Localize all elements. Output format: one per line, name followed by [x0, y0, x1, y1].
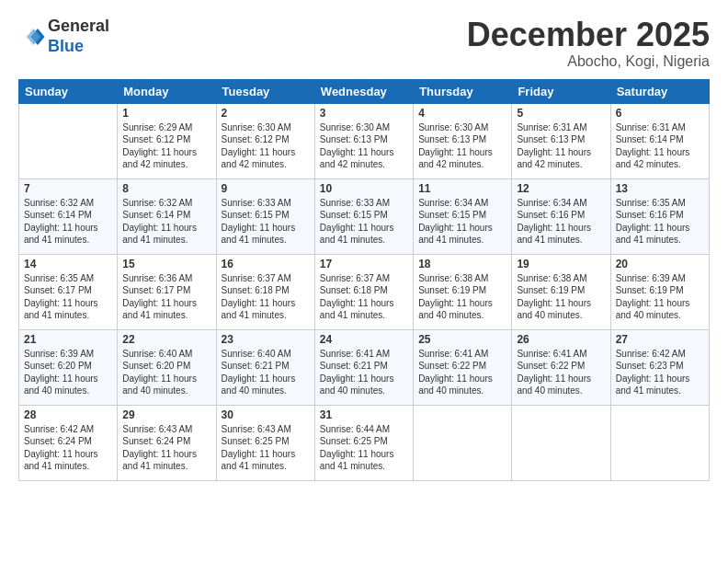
calendar-cell: 14Sunrise: 6:35 AMSunset: 6:17 PMDayligh…: [19, 254, 118, 329]
day-info: Sunrise: 6:42 AMSunset: 6:24 PMDaylight:…: [24, 423, 112, 473]
header: General Blue December 2025 Abocho, Kogi,…: [18, 17, 710, 70]
day-number: 13: [616, 182, 704, 195]
day-info: Sunrise: 6:38 AMSunset: 6:19 PMDaylight:…: [517, 272, 605, 322]
day-number: 20: [616, 258, 704, 270]
calendar-week-row: 1Sunrise: 6:29 AMSunset: 6:12 PMDaylight…: [19, 103, 710, 178]
day-info: Sunrise: 6:34 AMSunset: 6:16 PMDaylight:…: [517, 197, 605, 247]
calendar-cell: 18Sunrise: 6:38 AMSunset: 6:19 PMDayligh…: [414, 254, 512, 329]
day-number: 17: [320, 258, 408, 270]
calendar-cell: 10Sunrise: 6:33 AMSunset: 6:15 PMDayligh…: [314, 178, 413, 254]
day-number: 27: [616, 333, 704, 346]
calendar-cell: 4Sunrise: 6:30 AMSunset: 6:13 PMDaylight…: [414, 103, 512, 178]
calendar-cell: 17Sunrise: 6:37 AMSunset: 6:18 PMDayligh…: [314, 254, 413, 329]
day-info: Sunrise: 6:41 AMSunset: 6:22 PMDaylight:…: [517, 348, 605, 397]
calendar-cell: 5Sunrise: 6:31 AMSunset: 6:13 PMDaylight…: [512, 103, 610, 178]
calendar-week-row: 7Sunrise: 6:32 AMSunset: 6:14 PMDaylight…: [19, 178, 710, 254]
day-number: 12: [517, 182, 605, 195]
calendar-cell: 7Sunrise: 6:32 AMSunset: 6:14 PMDaylight…: [19, 178, 118, 254]
day-number: 18: [418, 258, 506, 270]
day-info: Sunrise: 6:35 AMSunset: 6:17 PMDaylight:…: [24, 272, 112, 322]
calendar-cell: [414, 405, 512, 480]
logo-general: General: [48, 17, 109, 35]
calendar-week-row: 14Sunrise: 6:35 AMSunset: 6:17 PMDayligh…: [19, 254, 710, 329]
title-block: December 2025 Abocho, Kogi, Nigeria: [467, 17, 710, 70]
calendar-cell: 15Sunrise: 6:36 AMSunset: 6:17 PMDayligh…: [118, 254, 216, 329]
day-number: 19: [517, 258, 605, 270]
day-header-sunday: Sunday: [19, 79, 118, 103]
day-info: Sunrise: 6:36 AMSunset: 6:17 PMDaylight:…: [122, 272, 210, 322]
day-number: 11: [418, 182, 506, 195]
day-number: 8: [122, 182, 210, 195]
calendar-cell: 28Sunrise: 6:42 AMSunset: 6:24 PMDayligh…: [19, 405, 118, 480]
calendar-cell: 26Sunrise: 6:41 AMSunset: 6:22 PMDayligh…: [512, 329, 610, 405]
day-header-friday: Friday: [512, 79, 610, 103]
calendar-cell: 27Sunrise: 6:42 AMSunset: 6:23 PMDayligh…: [610, 329, 709, 405]
day-number: 10: [320, 182, 408, 195]
day-number: 6: [616, 107, 704, 120]
day-info: Sunrise: 6:40 AMSunset: 6:21 PMDaylight:…: [222, 348, 310, 397]
day-info: Sunrise: 6:35 AMSunset: 6:16 PMDaylight:…: [616, 197, 704, 247]
day-number: 4: [418, 107, 506, 120]
day-info: Sunrise: 6:34 AMSunset: 6:15 PMDaylight:…: [418, 197, 506, 247]
day-header-tuesday: Tuesday: [216, 79, 314, 103]
day-info: Sunrise: 6:31 AMSunset: 6:13 PMDaylight:…: [517, 121, 605, 171]
calendar-cell: 20Sunrise: 6:39 AMSunset: 6:19 PMDayligh…: [610, 254, 709, 329]
calendar-cell: 29Sunrise: 6:43 AMSunset: 6:24 PMDayligh…: [118, 405, 216, 480]
day-number: 30: [222, 408, 310, 421]
calendar-cell: 13Sunrise: 6:35 AMSunset: 6:16 PMDayligh…: [610, 178, 709, 254]
day-number: 9: [222, 182, 310, 195]
day-number: 2: [222, 107, 310, 120]
day-number: 23: [222, 333, 310, 346]
calendar-cell: 25Sunrise: 6:41 AMSunset: 6:22 PMDayligh…: [414, 329, 512, 405]
day-number: 7: [24, 182, 112, 195]
day-number: 25: [418, 333, 506, 346]
day-header-thursday: Thursday: [414, 79, 512, 103]
day-info: Sunrise: 6:29 AMSunset: 6:12 PMDaylight:…: [122, 121, 210, 171]
day-info: Sunrise: 6:40 AMSunset: 6:20 PMDaylight:…: [122, 348, 210, 397]
calendar-table: SundayMondayTuesdayWednesdayThursdayFrid…: [18, 79, 710, 481]
day-info: Sunrise: 6:32 AMSunset: 6:14 PMDaylight:…: [24, 197, 112, 247]
day-info: Sunrise: 6:41 AMSunset: 6:21 PMDaylight:…: [320, 348, 408, 397]
day-number: 16: [222, 258, 310, 270]
day-info: Sunrise: 6:33 AMSunset: 6:15 PMDaylight:…: [320, 197, 408, 247]
month-title: December 2025: [467, 17, 710, 53]
calendar-cell: 2Sunrise: 6:30 AMSunset: 6:12 PMDaylight…: [216, 103, 314, 178]
day-info: Sunrise: 6:41 AMSunset: 6:22 PMDaylight:…: [418, 348, 506, 397]
calendar-cell: 19Sunrise: 6:38 AMSunset: 6:19 PMDayligh…: [512, 254, 610, 329]
day-number: 3: [320, 107, 408, 120]
day-info: Sunrise: 6:30 AMSunset: 6:13 PMDaylight:…: [418, 121, 506, 171]
subtitle: Abocho, Kogi, Nigeria: [467, 53, 710, 70]
day-info: Sunrise: 6:39 AMSunset: 6:20 PMDaylight:…: [24, 348, 112, 397]
day-number: 14: [24, 258, 112, 270]
day-info: Sunrise: 6:43 AMSunset: 6:25 PMDaylight:…: [222, 423, 310, 473]
day-number: 1: [122, 107, 210, 120]
logo-blue: Blue: [48, 37, 84, 55]
day-info: Sunrise: 6:32 AMSunset: 6:14 PMDaylight:…: [122, 197, 210, 247]
calendar-cell: 12Sunrise: 6:34 AMSunset: 6:16 PMDayligh…: [512, 178, 610, 254]
calendar-cell: [19, 103, 118, 178]
calendar-cell: 1Sunrise: 6:29 AMSunset: 6:12 PMDaylight…: [118, 103, 216, 178]
calendar-cell: 31Sunrise: 6:44 AMSunset: 6:25 PMDayligh…: [314, 405, 413, 480]
day-number: 21: [24, 333, 112, 346]
calendar-cell: 11Sunrise: 6:34 AMSunset: 6:15 PMDayligh…: [414, 178, 512, 254]
day-number: 28: [24, 408, 112, 421]
calendar-cell: [610, 405, 709, 480]
calendar-header-row: SundayMondayTuesdayWednesdayThursdayFrid…: [19, 79, 710, 103]
calendar-cell: 3Sunrise: 6:30 AMSunset: 6:13 PMDaylight…: [314, 103, 413, 178]
day-number: 29: [122, 408, 210, 421]
calendar-cell: 9Sunrise: 6:33 AMSunset: 6:15 PMDaylight…: [216, 178, 314, 254]
calendar-cell: 24Sunrise: 6:41 AMSunset: 6:21 PMDayligh…: [314, 329, 413, 405]
page: General Blue December 2025 Abocho, Kogi,…: [0, 0, 728, 563]
day-header-saturday: Saturday: [610, 79, 709, 103]
calendar-week-row: 21Sunrise: 6:39 AMSunset: 6:20 PMDayligh…: [19, 329, 710, 405]
day-info: Sunrise: 6:37 AMSunset: 6:18 PMDaylight:…: [320, 272, 408, 322]
calendar-cell: 6Sunrise: 6:31 AMSunset: 6:14 PMDaylight…: [610, 103, 709, 178]
day-info: Sunrise: 6:37 AMSunset: 6:18 PMDaylight:…: [222, 272, 310, 322]
logo-text: General Blue: [48, 17, 109, 56]
calendar-cell: 30Sunrise: 6:43 AMSunset: 6:25 PMDayligh…: [216, 405, 314, 480]
logo-icon: [18, 23, 46, 51]
calendar-cell: 8Sunrise: 6:32 AMSunset: 6:14 PMDaylight…: [118, 178, 216, 254]
day-info: Sunrise: 6:39 AMSunset: 6:19 PMDaylight:…: [616, 272, 704, 322]
day-number: 31: [320, 408, 408, 421]
day-header-wednesday: Wednesday: [314, 79, 413, 103]
